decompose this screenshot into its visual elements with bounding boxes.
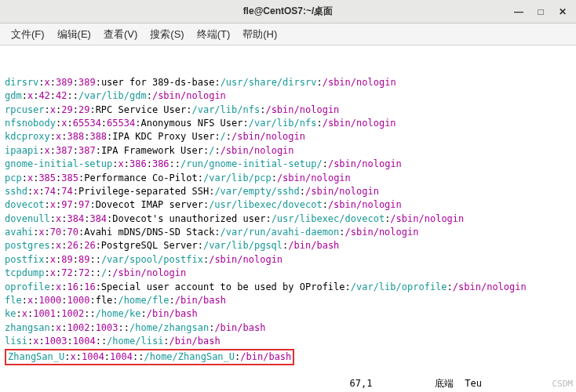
terminal-output[interactable]: dirsrv:x:389:389:user for 389-ds-base:/u… [0,45,576,392]
menubar: 文件(F) 编辑(E) 查看(V) 搜索(S) 终端(T) 帮助(H) [0,24,576,45]
minimize-button[interactable]: — [510,4,527,20]
maximize-button[interactable]: □ [532,4,549,20]
menu-terminal[interactable]: 终端(T) [191,25,237,44]
passwd-entry: rpcuser:x:29:29:RPC Service User:/var/li… [5,103,571,117]
menu-edit[interactable]: 编辑(E) [51,25,97,44]
passwd-entry: postgres:x:26:26:PostgreSQL Server:/var/… [5,239,571,252]
menu-view[interactable]: 查看(V) [97,25,144,44]
passwd-entry: dovecot:x:97:97:Dovecot IMAP server:/usr… [5,198,571,212]
passwd-entry: sshd:x:74:74:Privilege-separated SSH:/va… [5,185,571,198]
passwd-entry: ipaapi:x:387:387:IPA Framework User:/:/s… [5,144,571,158]
passwd-entry: avahi:x:70:70:Avahi mDNS/DNS-SD Stack:/v… [5,226,571,239]
menu-file[interactable]: 文件(F) [5,25,51,44]
passwd-entry: zhangsan:x:1002:1003::/home/zhangsan:/bi… [5,321,571,335]
passwd-entry: nfsnobody:x:65534:65534:Anonymous NFS Us… [5,117,571,130]
passwd-entry: ZhangSan_U:x:1004:1004::/home/ZhangSan_U… [5,349,571,365]
passwd-entry: gnome-initial-setup:x:386:386::/run/gnom… [5,158,571,171]
titlebar: fle@CentOS7:~/桌面 — □ ✕ [0,0,576,24]
passwd-entry: postfix:x:89:89::/var/spool/postfix:/sbi… [5,253,571,267]
window-title: fle@CentOS7:~/桌面 [243,5,334,18]
passwd-entry: gdm:x:42:42::/var/lib/gdm:/sbin/nologin [5,89,571,103]
menu-help[interactable]: 帮助(H) [236,25,283,44]
passwd-entry: lisi:x:1003:1004::/home/lisi:/bin/bash [5,335,571,348]
watermark: CSDM [552,378,574,390]
passwd-entry: dirsrv:x:389:389:user for 389-ds-base:/u… [5,76,571,89]
passwd-entry: oprofile:x:16:16:Special user account to… [5,281,571,294]
close-button[interactable]: ✕ [554,4,571,20]
passwd-entry: ke:x:1001:1002::/home/ke:/bin/bash [5,307,571,321]
passwd-entry: dovenull:x:384:384:Dovecot's unauthorize… [5,212,571,226]
status-line: 67,1 底端 Teu [350,377,483,390]
window-controls: — □ ✕ [510,4,571,20]
passwd-entry: kdcproxy:x:388:388:IPA KDC Proxy User:/:… [5,130,571,143]
passwd-entry: fle:x:1000:1000:fle:/home/fle:/bin/bash [5,294,571,307]
passwd-entry: tcpdump:x:72:72::/:/sbin/nologin [5,267,571,280]
passwd-entry: pcp:x:385:385:Performance Co-Pilot:/var/… [5,172,571,185]
menu-search[interactable]: 搜索(S) [144,25,190,44]
